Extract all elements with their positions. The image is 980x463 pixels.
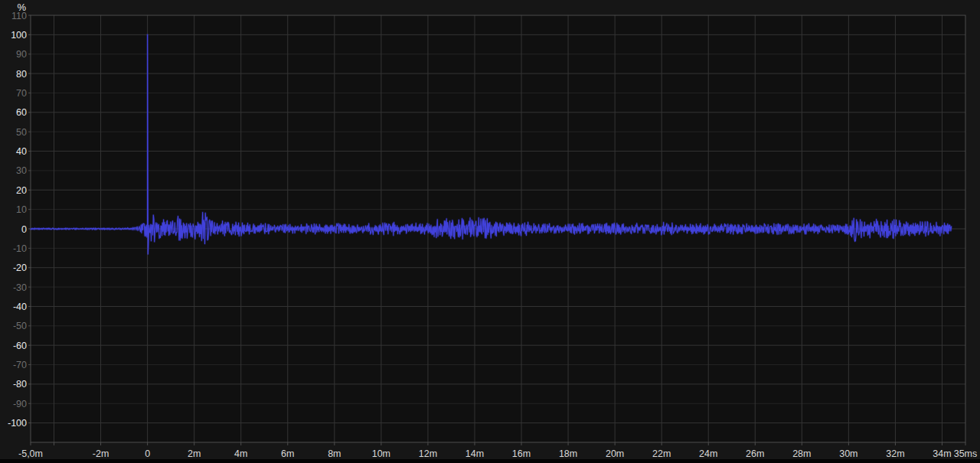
y-tick-label: -20 — [13, 262, 27, 273]
x-tick-label: 18m — [559, 448, 577, 459]
y-tick-label: 20 — [16, 185, 27, 196]
x-tick-label: 4m — [234, 448, 247, 459]
y-tick-label: -10 — [13, 243, 27, 254]
x-tick-label: 14m — [466, 448, 484, 459]
y-tick-label: 10 — [16, 204, 27, 215]
y-tick-label: -70 — [13, 360, 27, 370]
x-axis-tick-labels: -5,0m-2m02m4m6m8m10m12m14m16m18m20m22m24… — [18, 448, 977, 459]
y-tick-label: -30 — [13, 282, 27, 293]
y-tick-label: 80 — [16, 69, 27, 80]
x-tick-label: -5,0m — [18, 448, 43, 459]
x-tick-label: 24m — [699, 448, 717, 459]
y-tick-label: -90 — [13, 399, 27, 409]
x-tick-label: 30m — [839, 448, 858, 459]
y-tick-label: 0 — [21, 224, 27, 235]
y-tick-label: 100 — [11, 30, 27, 41]
y-tick-label: 60 — [16, 107, 27, 118]
x-tick-label: 10m — [372, 448, 390, 459]
x-tick-label: 20m — [606, 448, 624, 459]
y-tick-label: 40 — [16, 146, 27, 157]
x-tick-label: 28m — [792, 448, 811, 459]
impulse-response-chart: % 1101009080706050403020100-10-20-30-40-… — [0, 0, 980, 463]
y-tick-label: -100 — [8, 418, 27, 429]
y-tick-label: -40 — [13, 302, 27, 312]
y-tick-label: 90 — [16, 49, 27, 60]
x-tick-label: 16m — [512, 448, 531, 459]
x-tick-label: 32m — [886, 448, 904, 459]
waveform-app-window: % 1101009080706050403020100-10-20-30-40-… — [0, 0, 980, 463]
y-tick-label: 30 — [16, 165, 27, 176]
y-tick-label: -50 — [13, 321, 27, 331]
x-tick-label: 8m — [328, 448, 341, 459]
x-tick-label: 6m — [281, 448, 294, 459]
y-tick-label: 70 — [16, 88, 27, 99]
y-tick-label: 110 — [11, 11, 27, 21]
x-tick-label: 12m — [419, 448, 437, 459]
x-tick-label: -2m — [93, 448, 109, 459]
x-tick-label: 22m — [652, 448, 671, 459]
y-tick-label: -80 — [13, 379, 27, 390]
x-tick-label: 26m — [746, 448, 764, 459]
window-bottom-edge — [0, 459, 980, 463]
x-tick-label: 2m — [188, 448, 201, 459]
y-axis-tick-labels: 1101009080706050403020100-10-20-30-40-50… — [8, 11, 27, 429]
y-tick-label: 50 — [16, 127, 27, 138]
x-tick-label: 0 — [145, 448, 150, 459]
x-tick-label: 35ms — [954, 448, 978, 459]
x-tick-label: 34m — [933, 448, 951, 459]
y-tick-label: -60 — [13, 341, 27, 351]
